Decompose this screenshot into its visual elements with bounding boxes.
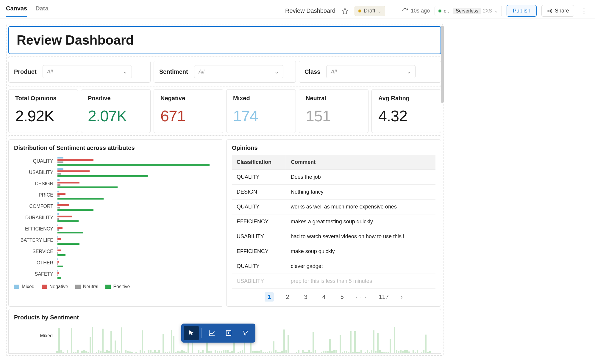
table-row[interactable]: USABILITYhad to watch several videos on … (232, 229, 435, 244)
bar-segment (57, 164, 210, 166)
compute-status-dot-icon (438, 10, 441, 12)
toolbar-divider (202, 328, 202, 338)
legend-item[interactable]: Neutral (75, 284, 99, 289)
tool-text-button[interactable] (221, 326, 236, 340)
metric-card[interactable]: Neutral 151 (299, 89, 368, 133)
bar-category-label: COMFORT (14, 204, 56, 209)
filter-select[interactable]: All ⌄ (43, 65, 132, 78)
chart-widget[interactable]: Distribution of Sentiment across attribu… (8, 139, 223, 307)
share-button[interactable]: Share (541, 5, 574, 17)
status-label: Draft (364, 8, 375, 14)
metric-value: 2.07K (88, 107, 144, 125)
legend-item[interactable]: Positive (105, 284, 130, 289)
filter-card[interactable]: Class All ⌄ (299, 61, 441, 83)
table-row[interactable]: QUALITYclever gadget (232, 259, 435, 274)
pager-page[interactable]: 1 (265, 292, 274, 302)
bar-segment (57, 261, 59, 263)
tab-data[interactable]: Data (35, 5, 48, 17)
pager-page[interactable]: 3 (301, 292, 310, 302)
mini-bar (138, 353, 139, 353)
status-dropdown[interactable]: Draft ⌄ (354, 6, 385, 16)
mini-bar (177, 351, 179, 353)
compute-dropdown[interactable]: c… Serverless 2XS ⌄ (435, 6, 502, 16)
table-row[interactable]: USABILITYprep for this is less than 5 mi… (232, 274, 435, 289)
legend-swatch (75, 285, 81, 289)
pager-page[interactable]: 4 (319, 292, 329, 302)
mini-bar (388, 352, 389, 353)
bar-segment (57, 175, 148, 177)
mini-bar (238, 352, 239, 353)
mini-bar (165, 352, 166, 353)
metric-card[interactable]: Total Opinions 2.92K (8, 89, 78, 133)
table-col-comment[interactable]: Comment (286, 155, 435, 170)
table-row[interactable]: EFFICIENCYmake soup quickly (232, 244, 435, 259)
metric-card[interactable]: Mixed 174 (226, 89, 296, 133)
mini-bar (354, 331, 356, 353)
canvas-area[interactable]: Review Dashboard Product All ⌄ Sentiment… (6, 24, 443, 356)
mini-bar (398, 351, 399, 353)
title-widget[interactable]: Review Dashboard (8, 26, 441, 54)
tab-canvas[interactable]: Canvas (6, 5, 27, 17)
pager-page[interactable]: 117 (376, 292, 392, 302)
filter-select[interactable]: All ⌄ (326, 65, 416, 78)
mini-bar (223, 350, 224, 353)
metric-value: 174 (233, 107, 289, 125)
metric-card[interactable]: Negative 671 (154, 89, 223, 133)
mini-bar (163, 334, 164, 353)
bar-segment (57, 236, 58, 238)
mini-bar (67, 350, 68, 353)
tool-chart-button[interactable] (204, 326, 220, 340)
bar-row: USABILITY (14, 168, 218, 177)
bar-category-label: EFFICIENCY (14, 226, 56, 232)
mini-bar (379, 350, 381, 353)
floating-toolbar[interactable] (181, 324, 255, 343)
svg-point-1 (548, 10, 549, 12)
star-icon[interactable] (340, 6, 350, 16)
legend-item[interactable]: Mixed (14, 284, 35, 289)
table-row[interactable]: EFFICIENCYmakes a great tasting soup qui… (232, 214, 435, 229)
scrollbar[interactable] (441, 26, 444, 103)
mini-bar (77, 350, 79, 353)
mini-bar (227, 350, 229, 353)
tool-cursor-button[interactable] (184, 326, 199, 340)
more-menu-icon[interactable]: ⋮ (579, 5, 589, 17)
filter-select[interactable]: All ⌄ (194, 65, 283, 78)
svg-point-2 (550, 9, 552, 10)
mini-bar (146, 353, 147, 353)
bottom-chart-widget[interactable]: Products by Sentiment Mixed (8, 309, 441, 354)
table-row[interactable]: QUALITYDoes the job (232, 170, 435, 185)
mini-bar (335, 350, 337, 353)
table-row[interactable]: DESIGNNothing fancy (232, 185, 435, 200)
metric-value: 4.32 (378, 107, 434, 125)
mini-bar (381, 352, 383, 353)
filter-card[interactable]: Sentiment All ⌄ (154, 61, 296, 83)
mini-bar (285, 350, 287, 353)
filter-card[interactable]: Product All ⌄ (8, 61, 151, 83)
bar-segment (57, 157, 63, 159)
publish-button[interactable]: Publish (507, 5, 537, 17)
mini-bar (219, 351, 220, 353)
bar-row: BATTERY LIFE (14, 236, 218, 245)
pager-page[interactable]: 2 (283, 292, 292, 302)
mini-bar (402, 351, 404, 354)
refresh-icon[interactable] (402, 8, 408, 14)
bar-row: OTHER (14, 258, 218, 267)
legend-swatch (105, 285, 111, 289)
mini-bar (210, 351, 212, 353)
svg-marker-0 (342, 8, 348, 14)
table-row[interactable]: QUALITYworks as well as much more expens… (232, 200, 435, 214)
metric-card[interactable]: Positive 2.07K (81, 89, 151, 133)
tool-filter-button[interactable] (238, 326, 253, 340)
metric-card[interactable]: Avg Rating 4.32 (371, 89, 441, 133)
legend-item[interactable]: Negative (42, 284, 68, 289)
table-widget[interactable]: Opinions Classification Comment QUALITYD… (226, 139, 441, 307)
table-col-classification[interactable]: Classification (232, 155, 286, 170)
pager-page[interactable]: 5 (338, 292, 347, 302)
mini-bar (221, 351, 222, 353)
filter-placeholder: All (331, 69, 337, 75)
bar-row: SAFETY (14, 270, 218, 279)
pager-next-icon[interactable]: › (401, 294, 403, 300)
bar-segment (57, 258, 58, 260)
bar-segment (57, 266, 63, 267)
share-label: Share (555, 8, 569, 14)
